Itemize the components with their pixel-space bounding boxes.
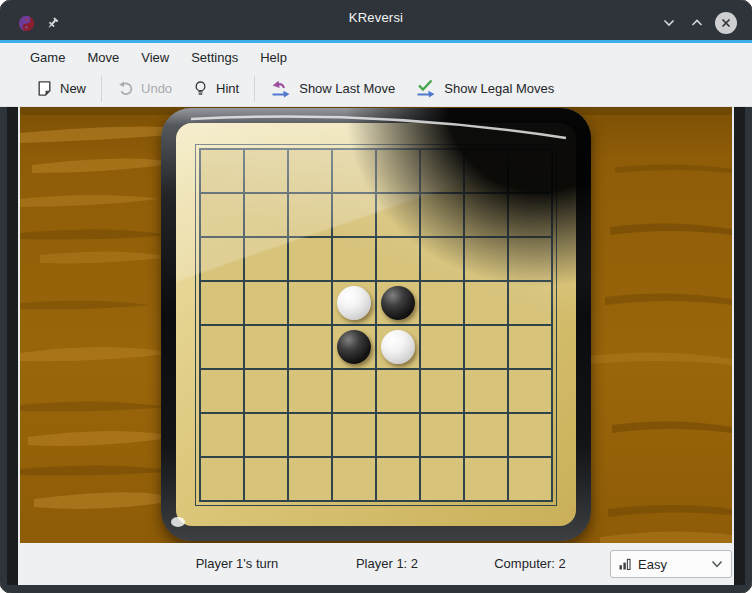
board-cell-3-2[interactable] — [245, 238, 287, 280]
new-document-icon — [36, 80, 53, 97]
new-label: New — [60, 81, 86, 96]
board-cell-5-5[interactable] — [377, 326, 419, 368]
menu-help[interactable]: Help — [249, 46, 298, 69]
board-cell-8-6[interactable] — [421, 458, 463, 500]
board-cell-8-5[interactable] — [377, 458, 419, 500]
difficulty-value: Easy — [638, 557, 705, 572]
undo-icon — [117, 80, 134, 97]
show-legal-moves-label: Show Legal Moves — [444, 81, 554, 96]
undo-label: Undo — [141, 81, 172, 96]
board-cell-8-7[interactable] — [465, 458, 507, 500]
board-cell-7-7[interactable] — [465, 414, 507, 456]
computer-score: Computer: 2 — [494, 556, 566, 571]
board-cell-8-1[interactable] — [201, 458, 243, 500]
board-cell-6-7[interactable] — [465, 370, 507, 412]
board-cell-6-4[interactable] — [333, 370, 375, 412]
board-cell-5-2[interactable] — [245, 326, 287, 368]
board-cell-5-8[interactable] — [509, 326, 551, 368]
board-cell-7-4[interactable] — [333, 414, 375, 456]
difficulty-bars-icon — [618, 557, 632, 571]
board-cell-8-8[interactable] — [509, 458, 551, 500]
board-cell-7-6[interactable] — [421, 414, 463, 456]
board-cell-7-2[interactable] — [245, 414, 287, 456]
board-cell-8-2[interactable] — [245, 458, 287, 500]
board-cell-1-6[interactable] — [421, 150, 463, 192]
board-cell-1-1[interactable] — [201, 150, 243, 192]
menu-game[interactable]: Game — [19, 46, 76, 69]
board-cell-7-8[interactable] — [509, 414, 551, 456]
titlebar: KReversi — [7, 0, 745, 40]
board-cell-1-5[interactable] — [377, 150, 419, 192]
board-cell-1-2[interactable] — [245, 150, 287, 192]
board-cell-2-3[interactable] — [289, 194, 331, 236]
board-grid — [199, 148, 553, 502]
menu-move[interactable]: Move — [76, 46, 130, 69]
board-cell-3-3[interactable] — [289, 238, 331, 280]
board-cell-4-2[interactable] — [245, 282, 287, 324]
hint-lightbulb-icon — [192, 80, 209, 97]
board-cell-2-2[interactable] — [245, 194, 287, 236]
board-cell-5-6[interactable] — [421, 326, 463, 368]
board-cell-5-1[interactable] — [201, 326, 243, 368]
board-cell-7-5[interactable] — [377, 414, 419, 456]
wooden-table-background — [18, 107, 734, 543]
board-cell-5-7[interactable] — [465, 326, 507, 368]
board-cell-1-3[interactable] — [289, 150, 331, 192]
board-cell-8-3[interactable] — [289, 458, 331, 500]
hint-button[interactable]: Hint — [182, 76, 249, 101]
board-surface — [176, 123, 576, 526]
board-cell-2-5[interactable] — [377, 194, 419, 236]
board-cell-4-3[interactable] — [289, 282, 331, 324]
board-cell-5-4[interactable] — [333, 326, 375, 368]
board-cell-2-7[interactable] — [465, 194, 507, 236]
board-cell-3-5[interactable] — [377, 238, 419, 280]
board-cell-1-8[interactable] — [509, 150, 551, 192]
white-piece — [381, 330, 415, 364]
board-cell-4-5[interactable] — [377, 282, 419, 324]
board-cell-3-8[interactable] — [509, 238, 551, 280]
board-cell-6-3[interactable] — [289, 370, 331, 412]
new-button[interactable]: New — [26, 76, 96, 101]
board-cell-3-4[interactable] — [333, 238, 375, 280]
board-cell-2-6[interactable] — [421, 194, 463, 236]
board-cell-1-7[interactable] — [465, 150, 507, 192]
board-cell-2-8[interactable] — [509, 194, 551, 236]
board-frame — [161, 108, 591, 541]
menubar: Game Move View Settings Help — [0, 43, 752, 71]
board-cell-3-7[interactable] — [465, 238, 507, 280]
board-cell-7-1[interactable] — [201, 414, 243, 456]
toolbar-separator — [254, 76, 255, 102]
menu-settings[interactable]: Settings — [180, 46, 249, 69]
board-cell-4-7[interactable] — [465, 282, 507, 324]
board-cell-4-4[interactable] — [333, 282, 375, 324]
board-cell-3-6[interactable] — [421, 238, 463, 280]
board-cell-6-5[interactable] — [377, 370, 419, 412]
toolbar-separator — [101, 76, 102, 102]
board-cell-4-1[interactable] — [201, 282, 243, 324]
board-cell-5-3[interactable] — [289, 326, 331, 368]
board-cell-2-1[interactable] — [201, 194, 243, 236]
combo-chevron-down-icon — [711, 559, 723, 569]
board-cell-4-8[interactable] — [509, 282, 551, 324]
player1-score: Player 1: 2 — [356, 556, 418, 571]
board-cell-2-4[interactable] — [333, 194, 375, 236]
menu-view[interactable]: View — [130, 46, 180, 69]
show-last-move-button[interactable]: Show Last Move — [260, 75, 405, 103]
board-cell-7-3[interactable] — [289, 414, 331, 456]
board-cell-3-1[interactable] — [201, 238, 243, 280]
board-cell-1-4[interactable] — [333, 150, 375, 192]
board-cell-4-6[interactable] — [421, 282, 463, 324]
board-cell-6-6[interactable] — [421, 370, 463, 412]
board-cell-6-8[interactable] — [509, 370, 551, 412]
show-legal-moves-button[interactable]: Show Legal Moves — [405, 75, 564, 103]
board-cell-8-4[interactable] — [333, 458, 375, 500]
kreversi-window: KReversi Game Move View Settings Help — [0, 0, 752, 593]
difficulty-dropdown[interactable]: Easy — [610, 550, 732, 578]
board-cell-6-2[interactable] — [245, 370, 287, 412]
last-move-arrow-icon — [270, 79, 292, 99]
board-cell-6-1[interactable] — [201, 370, 243, 412]
window-title: KReversi — [7, 10, 745, 25]
white-piece — [337, 286, 371, 320]
undo-button[interactable]: Undo — [107, 76, 182, 101]
statusbar: Player 1's turn Player 1: 2 Computer: 2 … — [18, 543, 734, 585]
